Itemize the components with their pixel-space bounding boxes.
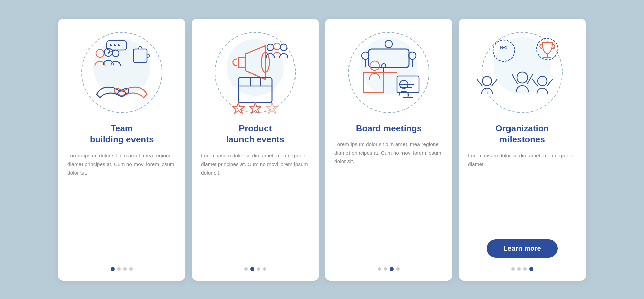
card-title-org-milestones: Organization milestones — [496, 123, 549, 146]
dot-3 — [263, 267, 266, 271]
card-body-board-meetings: Lorem ipsum dolor sit dim amet, mea regi… — [334, 140, 443, 259]
dot-3 — [129, 267, 133, 271]
dot-active — [250, 267, 254, 271]
card-body-product-launch: Lorem ipsum dolor sit dim amet, mea regi… — [201, 151, 310, 259]
pagination-dots-3 — [378, 267, 400, 271]
svg-point-7 — [110, 44, 112, 46]
svg-point-15 — [274, 43, 280, 50]
dot-2 — [257, 267, 260, 271]
dot-0 — [511, 267, 515, 271]
svg-point-46 — [482, 76, 492, 86]
svg-marker-20 — [266, 103, 278, 113]
product-launch-illustration — [212, 29, 299, 116]
svg-point-16 — [280, 44, 287, 51]
dot-0 — [378, 267, 381, 271]
dot-1 — [517, 267, 521, 271]
cards-container: Team building events Lorem ipsum dolor s… — [41, 5, 603, 294]
svg-line-54 — [547, 79, 552, 86]
card-org-milestones: №1 — [459, 19, 586, 281]
org-milestones-illustration: №1 — [479, 29, 566, 116]
dot-2 — [523, 267, 527, 271]
card-body-org-milestones: Lorem ipsum dolor sit dim amet, mea regi… — [468, 151, 577, 232]
dot-3 — [396, 267, 400, 271]
svg-line-48 — [492, 79, 497, 86]
pagination-dots-1 — [111, 267, 133, 271]
card-title-team-building: Team building events — [90, 123, 154, 146]
card-title-product-launch: Product launch events — [226, 123, 284, 146]
dot-0 — [244, 267, 248, 271]
dot-2 — [123, 267, 127, 271]
svg-marker-18 — [233, 103, 244, 113]
dot-1 — [384, 267, 387, 271]
svg-marker-19 — [250, 103, 261, 113]
pagination-dots-4 — [511, 267, 533, 271]
svg-text:№1: №1 — [500, 45, 507, 50]
svg-point-12 — [227, 39, 284, 96]
card-board-meetings: Board meetings Lorem ipsum dolor sit dim… — [325, 19, 452, 281]
dot-active — [390, 267, 394, 271]
dot-active — [529, 267, 533, 271]
board-meetings-illustration — [345, 29, 432, 116]
svg-point-9 — [118, 44, 120, 46]
svg-line-47 — [477, 79, 482, 86]
dot-active — [111, 267, 115, 271]
dot-1 — [117, 267, 121, 271]
team-building-illustration — [78, 29, 165, 116]
card-product-launch: Product launch events Lorem ipsum dolor … — [192, 19, 319, 281]
pagination-dots-2 — [244, 267, 266, 271]
learn-more-button[interactable]: Learn more — [487, 239, 558, 258]
card-team-building: Team building events Lorem ipsum dolor s… — [58, 19, 185, 281]
card-title-board-meetings: Board meetings — [356, 123, 422, 134]
svg-point-8 — [114, 44, 116, 46]
card-body-team-building: Lorem ipsum dolor sit dim amet, mea regi… — [67, 151, 176, 259]
